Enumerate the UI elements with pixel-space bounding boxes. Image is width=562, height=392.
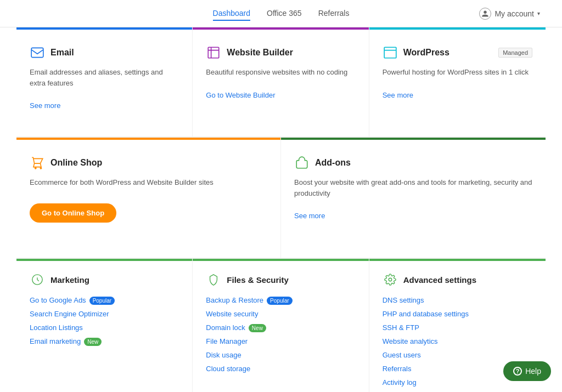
go-to-online-shop-button[interactable]: Go to Online Shop: [30, 203, 116, 223]
account-icon: [479, 8, 491, 20]
email-card-title: Email: [50, 48, 74, 58]
online-shop-card-header: Online Shop: [30, 155, 267, 171]
website-builder-link[interactable]: Go to Website Builder: [206, 91, 275, 99]
svg-point-4: [40, 168, 41, 169]
online-shop-card-title: Online Shop: [50, 158, 102, 168]
website-builder-card-border: [193, 27, 368, 30]
email-marketing-new-badge: New: [84, 338, 102, 346]
email-icon: [30, 45, 45, 60]
dns-settings-link[interactable]: DNS settings: [383, 296, 532, 304]
nav-office365[interactable]: Office 365: [267, 7, 302, 21]
wordpress-card-desc: Powerful hosting for WordPress sites in …: [383, 67, 532, 78]
svg-point-3: [35, 168, 36, 169]
disk-usage-link[interactable]: Disk usage: [206, 351, 355, 359]
cloud-storage-link[interactable]: Cloud storage: [206, 365, 355, 373]
advanced-settings-icon: [383, 272, 398, 287]
advanced-settings-section-header: Advanced settings: [383, 272, 532, 287]
website-builder-card-header: Website Builder: [206, 45, 355, 60]
files-security-section-title: Files & Security: [227, 275, 289, 285]
managed-badge: Managed: [498, 48, 532, 58]
domain-lock-link[interactable]: Domain lockNew: [206, 323, 355, 332]
email-see-more-link[interactable]: See more: [30, 101, 60, 110]
addons-see-more-link[interactable]: See more: [294, 212, 325, 220]
email-card: Email Email addresses and aliases, setti…: [16, 27, 193, 137]
website-builder-card: Website Builder Beautiful responsive web…: [193, 27, 369, 137]
main-content: Email Email addresses and aliases, setti…: [0, 27, 562, 392]
website-builder-card-desc: Beautiful responsive websites with no co…: [206, 67, 355, 78]
addons-card-title: Add-ons: [315, 158, 351, 168]
email-card-desc: Email addresses and aliases, settings an…: [30, 67, 179, 88]
addons-card-border: [281, 138, 546, 140]
backup-restore-link[interactable]: Backup & RestorePopular: [206, 296, 355, 304]
account-menu[interactable]: My account ▾: [479, 8, 540, 20]
wordpress-card-title: WordPress: [403, 48, 449, 58]
chevron-down-icon: ▾: [537, 10, 540, 16]
bottom-sections: Marketing Go to Google AdsPopular Search…: [16, 258, 546, 392]
wordpress-icon: [383, 45, 398, 60]
svg-rect-0: [31, 48, 43, 57]
google-ads-link[interactable]: Go to Google AdsPopular: [30, 296, 179, 304]
account-label: My account: [494, 9, 534, 18]
advanced-settings-section-title: Advanced settings: [403, 275, 476, 285]
wordpress-card-border: [369, 27, 546, 30]
wordpress-card-header: WordPress Managed: [383, 45, 532, 60]
email-card-border: [16, 27, 192, 30]
main-nav: Dashboard Office 365 Referrals: [195, 7, 368, 21]
security-icon: [206, 272, 221, 287]
cards-row-2: Online Shop Ecommerce for both WordPress…: [16, 137, 546, 258]
help-icon: ?: [513, 367, 522, 376]
online-shop-card: Online Shop Ecommerce for both WordPress…: [16, 138, 281, 258]
marketing-section-header: Marketing: [30, 272, 179, 287]
addons-icon: [294, 155, 310, 171]
guest-users-link[interactable]: Guest users: [383, 351, 532, 359]
addons-card: Add-ons Boost your website with great ad…: [281, 138, 546, 258]
addons-card-desc: Boost your website with great add-ons an…: [294, 177, 532, 198]
help-label: Help: [525, 367, 541, 376]
files-security-section-border: [193, 259, 368, 261]
files-security-section-header: Files & Security: [206, 272, 355, 287]
online-shop-card-desc: Ecommerce for both WordPress and Website…: [30, 177, 267, 188]
online-shop-card-border: [16, 138, 280, 140]
marketing-section: Marketing Go to Google AdsPopular Search…: [16, 259, 193, 392]
website-analytics-link[interactable]: Website analytics: [383, 337, 532, 345]
php-database-link[interactable]: PHP and database settings: [383, 310, 532, 318]
ssh-ftp-link[interactable]: SSH & FTP: [383, 323, 532, 332]
online-shop-icon: [30, 155, 45, 171]
files-security-section: Files & Security Backup & RestorePopular…: [193, 259, 369, 392]
domain-lock-new-badge: New: [249, 324, 266, 332]
wordpress-card: WordPress Managed Powerful hosting for W…: [369, 27, 546, 137]
backup-popular-badge: Popular: [267, 297, 292, 305]
website-builder-icon: [206, 45, 221, 60]
svg-rect-1: [209, 47, 220, 58]
website-security-link[interactable]: Website security: [206, 310, 355, 318]
addons-card-header: Add-ons: [294, 155, 532, 171]
wordpress-see-more-link[interactable]: See more: [383, 91, 413, 99]
file-manager-link[interactable]: File Manager: [206, 337, 355, 345]
google-ads-popular-badge: Popular: [89, 297, 115, 305]
email-marketing-link[interactable]: Email marketingNew: [30, 337, 179, 345]
seo-link[interactable]: Search Engine Optimizer: [30, 310, 179, 318]
svg-point-6: [389, 278, 392, 281]
marketing-icon: [30, 272, 45, 287]
email-card-header: Email: [30, 45, 179, 60]
header: Dashboard Office 365 Referrals My accoun…: [0, 0, 562, 27]
location-listings-link[interactable]: Location Listings: [30, 323, 179, 332]
marketing-section-title: Marketing: [50, 275, 89, 285]
advanced-settings-section-border: [369, 259, 546, 261]
nav-referrals[interactable]: Referrals: [318, 7, 350, 21]
marketing-section-border: [16, 259, 192, 261]
nav-dashboard[interactable]: Dashboard: [213, 7, 251, 21]
help-button[interactable]: ? Help: [503, 361, 551, 381]
cards-row-1: Email Email addresses and aliases, setti…: [16, 27, 546, 137]
svg-rect-2: [384, 47, 396, 58]
website-builder-card-title: Website Builder: [227, 48, 293, 58]
